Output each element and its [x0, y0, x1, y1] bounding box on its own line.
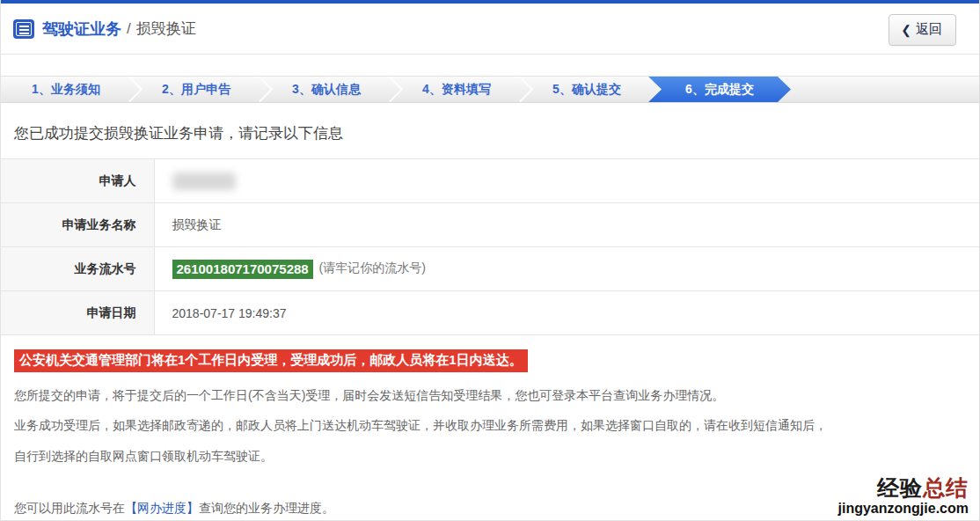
watermark-cn-title: 经验总结	[838, 476, 969, 501]
success-message: 您已成功提交损毁换证业务申请，请记录以下信息	[14, 123, 979, 143]
step-wizard: 1、业务须知 2、用户申告 3、确认信息 4、资料填写 5、确认提交 6、完成提…	[1, 76, 979, 103]
back-button[interactable]: ❮ 返回	[889, 14, 956, 46]
breadcrumb-separator: /	[127, 20, 131, 38]
table-row-apply-date: 申请日期 2018-07-17 19:49:37	[1, 291, 979, 335]
applicant-value	[154, 159, 979, 203]
progress-hint-suffix: 查询您的业务办理进度。	[199, 501, 334, 515]
notice-paragraph-2-line-2: 自行到选择的自取网点窗口领取机动车驾驶证。	[14, 441, 966, 472]
table-row-serial-number: 业务流水号 261001807170075288 (请牢记你的流水号)	[1, 247, 979, 291]
watermark-cn-red: 总结	[923, 475, 969, 500]
applicant-label: 申请人	[1, 159, 154, 203]
watermark-domain: jingyanzongjie.com	[838, 501, 969, 517]
step-3-confirm-info: 3、确认信息	[261, 77, 391, 102]
business-name-value: 损毁换证	[154, 203, 979, 247]
page-container: 驾驶证业务 / 损毁换证 ❮ 返回 1、业务须知 2、用户申告 3、确认信息 4…	[0, 0, 980, 521]
online-progress-link[interactable]: 【网办进度】	[125, 501, 199, 515]
processing-time-warning: 公安机关交通管理部门将在1个工作日内受理，受理成功后，邮政人员将在1日内送达。	[14, 349, 528, 372]
notice-paragraphs: 您所提交的申请，将于提交后的一个工作日(不含当天)受理，届时会发送短信告知受理结…	[14, 382, 966, 472]
serial-number-badge: 261001807170075288	[172, 260, 313, 279]
chevron-left-icon: ❮	[901, 23, 911, 37]
notice-paragraph-2-line-1: 业务成功受理后，如果选择邮政寄递的，邮政人员将上门送达机动车驾驶证，并收取办理业…	[14, 410, 966, 441]
serial-number-label: 业务流水号	[1, 247, 154, 291]
apply-date-label: 申请日期	[1, 291, 154, 335]
step-4-fill-materials: 4、资料填写	[391, 77, 522, 102]
step-5-confirm-submit: 5、确认提交	[522, 77, 652, 102]
warning-row: 公安机关交通管理部门将在1个工作日内受理，受理成功后，邮政人员将在1日内送达。	[14, 349, 966, 372]
watermark-cn-black: 经验	[877, 475, 923, 500]
progress-hint-prefix: 您可以用此流水号在	[14, 501, 125, 515]
application-info-table: 申请人 申请业务名称 损毁换证 业务流水号 261001807170075288…	[1, 158, 979, 335]
site-watermark: 经验总结 jingyanzongjie.com	[838, 476, 969, 517]
back-button-label: 返回	[916, 21, 942, 38]
progress-hint: 您可以用此流水号在【网办进度】查询您的业务办理进度。	[14, 501, 966, 517]
breadcrumb-current-page: 损毁换证	[136, 18, 196, 39]
redacted-name-blur	[172, 172, 236, 190]
table-row-applicant: 申请人	[1, 159, 979, 203]
breadcrumb-service-category: 驾驶证业务	[42, 18, 121, 40]
notice-paragraph-1: 您所提交的申请，将于提交后的一个工作日(不含当天)受理，届时会发送短信告知受理结…	[14, 382, 966, 408]
step-6-complete-submit-active: 6、完成提交	[648, 77, 791, 102]
notice-paragraph-2: 业务成功受理后，如果选择邮政寄递的，邮政人员将上门送达机动车驾驶证，并收取办理业…	[14, 410, 966, 472]
page-header: 驾驶证业务 / 损毁换证 ❮ 返回	[1, 4, 979, 55]
table-row-business-name: 申请业务名称 损毁换证	[1, 203, 979, 247]
serial-number-value: 261001807170075288 (请牢记你的流水号)	[154, 247, 979, 291]
serial-number-note: (请牢记你的流水号)	[319, 260, 426, 275]
step-2-user-declaration: 2、用户申告	[131, 77, 261, 102]
business-name-label: 申请业务名称	[1, 203, 154, 247]
step-1-business-notice: 1、业务须知	[1, 77, 131, 102]
form-list-icon	[13, 19, 34, 39]
apply-date-value: 2018-07-17 19:49:37	[154, 291, 979, 335]
